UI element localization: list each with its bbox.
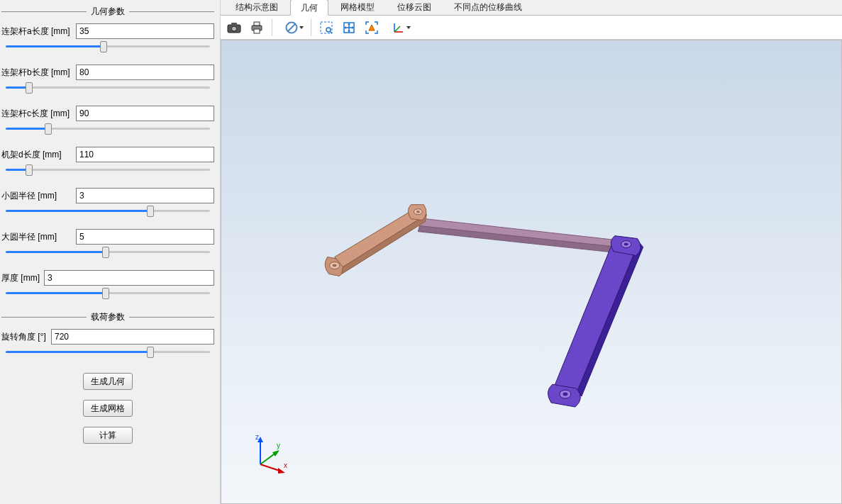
- scene-light-button[interactable]: [277, 18, 306, 38]
- zoom-to-selection-icon: [365, 21, 379, 35]
- param-row-c: 连架杆c长度 [mm]: [1, 106, 214, 121]
- tab-displacement[interactable]: 位移云图: [387, 0, 442, 15]
- link-a: [325, 205, 426, 276]
- param-slider-thickness[interactable]: [1, 287, 214, 300]
- param-slider-c[interactable]: [1, 123, 214, 135]
- param-label-thickness: 厚度 [mm]: [1, 272, 44, 284]
- chevron-down-icon: [299, 26, 304, 29]
- param-input-c[interactable]: [76, 106, 214, 121]
- axes-triad-icon: [392, 21, 406, 35]
- generate-geometry-button[interactable]: 生成几何: [83, 373, 133, 390]
- graphics-toolbar: [221, 16, 842, 40]
- param-row-big-radius: 大圆半径 [mm]: [1, 229, 214, 245]
- zoom-extents-icon: [342, 21, 356, 35]
- param-slider-a[interactable]: [1, 40, 214, 53]
- zoom-box-icon: [319, 21, 333, 35]
- svg-point-27: [624, 243, 628, 246]
- right-pane: 结构示意图 几何 网格模型 位移云图 不同点的位移曲线: [221, 0, 842, 504]
- svg-text:y: y: [277, 442, 280, 449]
- param-row-b: 连架杆b长度 [mm]: [1, 65, 214, 80]
- svg-point-9: [326, 28, 331, 32]
- param-slider-big-radius[interactable]: [1, 246, 214, 259]
- param-input-b[interactable]: [76, 65, 214, 80]
- svg-point-29: [563, 393, 567, 396]
- zoom-box-button[interactable]: [316, 18, 337, 38]
- param-slider-rotation[interactable]: [1, 346, 214, 359]
- tab-mesh[interactable]: 网格模型: [330, 0, 385, 15]
- param-slider-b[interactable]: [1, 82, 214, 94]
- param-label-d: 机架d长度 [mm]: [1, 149, 76, 161]
- print-button[interactable]: [246, 18, 267, 38]
- compute-button[interactable]: 计算: [83, 427, 133, 444]
- param-label-c: 连架杆c长度 [mm]: [1, 108, 76, 120]
- printer-icon: [250, 21, 264, 34]
- param-label-small-radius: 小圆半径 [mm]: [1, 190, 76, 202]
- snapshot-button[interactable]: [223, 18, 245, 38]
- graphics-canvas[interactable]: z y x: [221, 40, 842, 504]
- model-render: [221, 40, 841, 503]
- section-load-title: 载荷参数: [1, 311, 214, 323]
- tab-geometry[interactable]: 几何: [290, 0, 328, 16]
- svg-text:x: x: [284, 461, 287, 469]
- param-slider-d[interactable]: [1, 164, 214, 177]
- svg-point-20: [333, 264, 337, 267]
- zoom-extents-button[interactable]: [338, 18, 360, 38]
- orientation-triad: z y x: [250, 432, 292, 475]
- view-tabs: 结构示意图 几何 网格模型 位移云图 不同点的位移曲线: [221, 0, 842, 16]
- zoom-selected-button[interactable]: [361, 18, 382, 38]
- tab-curves[interactable]: 不同点的位移曲线: [443, 0, 533, 15]
- svg-marker-23: [554, 237, 639, 392]
- svg-marker-34: [272, 450, 279, 457]
- svg-marker-18: [342, 215, 427, 274]
- param-input-rotation[interactable]: [51, 329, 214, 345]
- parameters-panel: 几何参数 连架杆a长度 [mm] 连架杆b长度 [mm] 连架杆c长度 [mm]…: [0, 0, 221, 504]
- view-orientation-button[interactable]: [384, 18, 414, 38]
- param-label-rotation: 旋转角度 [°]: [1, 331, 51, 343]
- param-label-a: 连架杆a长度 [mm]: [1, 26, 76, 38]
- param-input-d[interactable]: [76, 147, 214, 162]
- svg-rect-5: [254, 29, 260, 33]
- link-b: [548, 236, 643, 407]
- param-row-d: 机架d长度 [mm]: [1, 147, 214, 162]
- param-input-small-radius[interactable]: [76, 188, 214, 203]
- svg-line-10: [331, 31, 333, 33]
- param-input-thickness[interactable]: [44, 270, 214, 286]
- svg-text:z: z: [255, 433, 259, 441]
- param-row-thickness: 厚度 [mm]: [1, 270, 214, 286]
- param-input-big-radius[interactable]: [76, 229, 214, 245]
- no-entry-icon: [285, 21, 298, 34]
- svg-line-14: [394, 26, 400, 32]
- param-row-rotation: 旋转角度 [°]: [1, 329, 214, 345]
- toolbar-separator: [272, 19, 272, 36]
- action-buttons: 生成几何 生成网格 计算: [1, 373, 214, 444]
- svg-point-22: [416, 211, 420, 213]
- tab-schematic[interactable]: 结构示意图: [225, 0, 289, 15]
- generate-mesh-button[interactable]: 生成网格: [83, 400, 133, 417]
- param-input-a[interactable]: [76, 23, 214, 39]
- section-geometry-title: 几何参数: [1, 6, 214, 18]
- param-row-a: 连架杆a长度 [mm]: [1, 23, 214, 39]
- link-c: [412, 218, 624, 254]
- param-label-b: 连架杆b长度 [mm]: [1, 67, 76, 79]
- svg-line-7: [288, 24, 295, 31]
- toolbar-separator: [311, 19, 311, 36]
- svg-point-2: [232, 26, 237, 31]
- param-row-small-radius: 小圆半径 [mm]: [1, 188, 214, 203]
- camera-icon: [227, 22, 241, 33]
- svg-rect-1: [231, 23, 237, 26]
- chevron-down-icon: [406, 26, 411, 29]
- param-label-big-radius: 大圆半径 [mm]: [1, 231, 76, 243]
- param-slider-small-radius[interactable]: [1, 205, 214, 218]
- svg-rect-4: [254, 22, 260, 26]
